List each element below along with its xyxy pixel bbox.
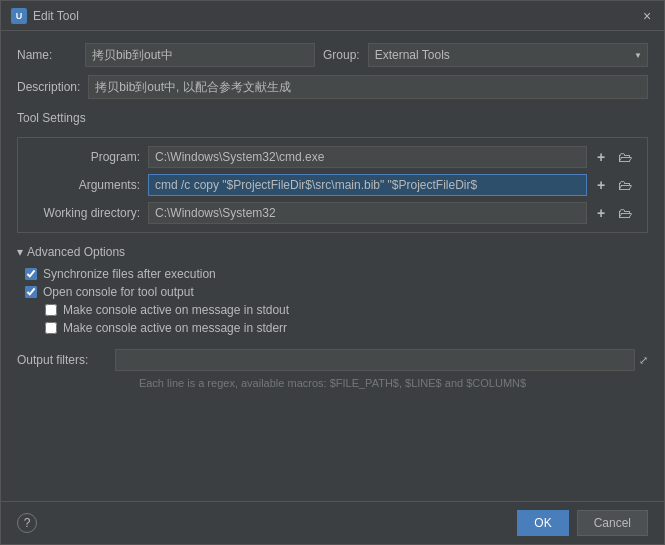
working-dir-input-wrapper: 🗁	[148, 202, 635, 224]
sync-row: Synchronize files after execution	[17, 265, 648, 283]
group-select[interactable]: External Tools	[368, 43, 648, 67]
button-bar: ? OK Cancel	[1, 501, 664, 544]
working-dir-row: Working directory: 🗁	[30, 202, 635, 224]
name-label: Name:	[17, 48, 77, 62]
arguments-folder-button[interactable]: 🗁	[615, 175, 635, 195]
close-button[interactable]: ×	[640, 9, 654, 23]
title-bar: U Edit Tool ×	[1, 1, 664, 31]
edit-tool-dialog: U Edit Tool × Name: Group: External Tool…	[0, 0, 665, 545]
tool-settings-box: Program: 🗁 Arguments: 🗁 Working director	[17, 137, 648, 233]
program-input-wrapper: 🗁	[148, 146, 635, 168]
working-dir-folder-button[interactable]: 🗁	[615, 203, 635, 223]
description-input[interactable]	[88, 75, 648, 99]
open-console-row: Open console for tool output	[17, 283, 648, 301]
name-input[interactable]	[85, 43, 315, 67]
open-console-label: Open console for tool output	[43, 285, 194, 299]
make-active-stdout-label: Make console active on message in stdout	[63, 303, 289, 317]
dialog-buttons: OK Cancel	[517, 510, 648, 536]
output-section: Output filters: ⤢ Each line is a regex, …	[17, 349, 648, 391]
program-folder-button[interactable]: 🗁	[615, 147, 635, 167]
open-console-checkbox[interactable]	[25, 286, 37, 298]
plus-icon	[597, 149, 605, 165]
group-label: Group:	[323, 48, 360, 62]
make-active-stderr-checkbox[interactable]	[45, 322, 57, 334]
working-dir-input[interactable]	[148, 202, 587, 224]
arguments-add-button[interactable]	[591, 175, 611, 195]
program-label: Program:	[30, 150, 140, 164]
cancel-button[interactable]: Cancel	[577, 510, 648, 536]
description-label: Description:	[17, 80, 80, 94]
ok-button[interactable]: OK	[517, 510, 568, 536]
expand-icon[interactable]: ⤢	[639, 354, 648, 367]
dialog-content: Name: Group: External Tools Description:…	[1, 31, 664, 501]
make-active-stderr-row: Make console active on message in stderr	[17, 319, 648, 337]
make-active-stdout-checkbox[interactable]	[45, 304, 57, 316]
sync-label: Synchronize files after execution	[43, 267, 216, 281]
arguments-input-wrapper: 🗁	[148, 174, 635, 196]
folder-icon-args: 🗁	[618, 177, 632, 193]
plus-icon-args	[597, 177, 605, 193]
folder-icon-wd: 🗁	[618, 205, 632, 221]
sync-checkbox[interactable]	[25, 268, 37, 280]
make-active-stdout-row: Make console active on message in stdout	[17, 301, 648, 319]
description-row: Description:	[17, 75, 648, 99]
program-input[interactable]	[148, 146, 587, 168]
program-add-button[interactable]	[591, 147, 611, 167]
program-row: Program: 🗁	[30, 146, 635, 168]
dialog-title: Edit Tool	[33, 9, 79, 23]
output-input[interactable]	[115, 349, 635, 371]
collapse-icon: ▾	[17, 245, 23, 259]
tool-settings-header: Tool Settings	[17, 111, 648, 125]
app-icon: U	[11, 8, 27, 24]
arguments-input[interactable]	[148, 174, 587, 196]
working-dir-add-button[interactable]	[591, 203, 611, 223]
output-row: Output filters: ⤢	[17, 349, 648, 371]
output-input-wrapper: ⤢	[115, 349, 648, 371]
output-hint: Each line is a regex, available macros: …	[17, 375, 648, 391]
arguments-row: Arguments: 🗁	[30, 174, 635, 196]
make-active-stderr-label: Make console active on message in stderr	[63, 321, 287, 335]
advanced-header[interactable]: ▾ Advanced Options	[17, 245, 648, 259]
help-button[interactable]: ?	[17, 513, 37, 533]
working-dir-label: Working directory:	[30, 206, 140, 220]
folder-icon: 🗁	[618, 149, 632, 165]
group-select-wrapper: External Tools	[368, 43, 648, 67]
name-group-row: Name: Group: External Tools	[17, 43, 648, 67]
output-label: Output filters:	[17, 353, 107, 367]
advanced-section: ▾ Advanced Options Synchronize files aft…	[17, 245, 648, 337]
advanced-label: Advanced Options	[27, 245, 125, 259]
plus-icon-wd	[597, 205, 605, 221]
arguments-label: Arguments:	[30, 178, 140, 192]
title-bar-left: U Edit Tool	[11, 8, 79, 24]
